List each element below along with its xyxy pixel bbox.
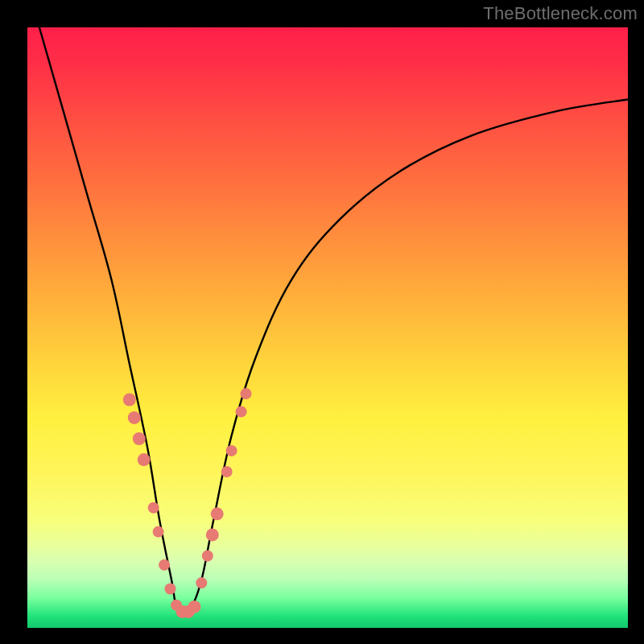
plot-area bbox=[27, 27, 628, 628]
curve-marker bbox=[138, 453, 151, 466]
curve-marker bbox=[211, 507, 224, 520]
curve-marker bbox=[148, 502, 159, 514]
chart-svg bbox=[27, 27, 628, 628]
curve-marker bbox=[206, 528, 219, 541]
curve-marker bbox=[133, 432, 146, 445]
curve-marker bbox=[236, 406, 247, 417]
curve-marker bbox=[165, 584, 176, 595]
watermark-text: TheBottleneck.com bbox=[483, 3, 638, 24]
curve-marker bbox=[159, 559, 170, 571]
outer-frame: TheBottleneck.com bbox=[0, 0, 644, 644]
curve-marker bbox=[202, 551, 213, 562]
curve-marker bbox=[241, 388, 252, 399]
bottleneck-curve bbox=[39, 27, 628, 614]
curve-marker bbox=[221, 466, 233, 477]
curve-marker bbox=[153, 526, 164, 538]
curve-marker bbox=[226, 445, 237, 456]
curve-marker bbox=[123, 394, 136, 407]
curve-marker bbox=[188, 601, 200, 613]
curve-marker bbox=[128, 411, 141, 424]
curve-marker bbox=[196, 577, 207, 588]
